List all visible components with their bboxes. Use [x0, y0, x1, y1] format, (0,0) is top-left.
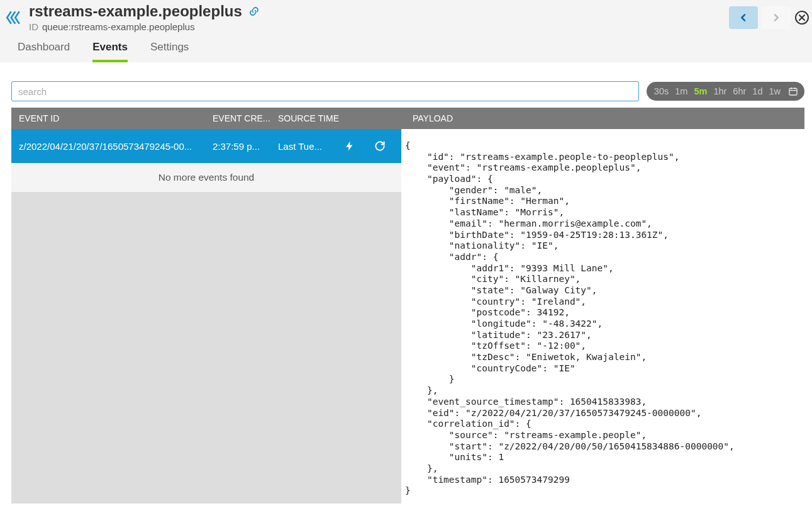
time-1w[interactable]: 1w: [769, 86, 781, 96]
time-5m[interactable]: 5m: [694, 86, 707, 96]
time-6hr[interactable]: 6hr: [733, 86, 746, 96]
payload-panel: PAYLOAD { "id": "rstreams-example.people…: [401, 108, 804, 504]
tab-settings[interactable]: Settings: [150, 41, 189, 62]
time-1m[interactable]: 1m: [675, 86, 687, 96]
col-payload: PAYLOAD: [401, 113, 453, 123]
event-created-cell: 2:37:59 p...: [213, 141, 278, 152]
link-icon[interactable]: [248, 6, 260, 17]
payload-json[interactable]: { "id": "rstreams-example.people-to-peop…: [401, 129, 804, 504]
empty-space: [11, 192, 401, 504]
time-1hr[interactable]: 1hr: [713, 86, 726, 96]
header: rstreams-example.peopleplus IDqueue:rstr…: [0, 0, 812, 62]
no-more-events: No more events found: [11, 163, 401, 192]
col-event-id: EVENT ID: [11, 113, 213, 123]
nav-forward-button[interactable]: [762, 6, 791, 29]
close-button[interactable]: [794, 6, 809, 29]
calendar-icon[interactable]: [788, 86, 798, 96]
event-row[interactable]: z/2022/04/21/20/37/1650573479245-00... 2…: [11, 129, 401, 163]
event-list: EVENT ID EVENT CRE... SOURCE TIME z/2022…: [11, 108, 401, 504]
time-range-picker: 30s 1m 5m 1hr 6hr 1d 1w: [647, 82, 804, 101]
tabs: Dashboard Events Settings: [4, 32, 812, 62]
event-id-cell: z/2022/04/21/20/37/1650573479245-00...: [11, 141, 213, 152]
time-1d[interactable]: 1d: [752, 86, 762, 96]
resource-id: IDqueue:rstreams-example.peopleplus: [29, 21, 729, 32]
toolbar: 30s 1m 5m 1hr 6hr 1d 1w: [0, 62, 812, 108]
tab-dashboard[interactable]: Dashboard: [18, 41, 70, 62]
event-source-cell: Last Tue...: [278, 141, 335, 152]
search-input[interactable]: [11, 81, 639, 101]
lightning-icon[interactable]: [335, 140, 365, 152]
svg-rect-1: [789, 88, 797, 95]
page-title: rstreams-example.peopleplus: [29, 3, 242, 20]
nav-back-button[interactable]: [729, 6, 758, 29]
refresh-icon[interactable]: [365, 140, 395, 152]
tab-events[interactable]: Events: [92, 41, 128, 62]
col-created: EVENT CRE...: [213, 113, 278, 123]
app-logo-icon: [4, 8, 23, 27]
time-30s[interactable]: 30s: [654, 86, 669, 96]
col-source: SOURCE TIME: [278, 113, 401, 123]
table-header: EVENT ID EVENT CRE... SOURCE TIME: [11, 108, 401, 129]
